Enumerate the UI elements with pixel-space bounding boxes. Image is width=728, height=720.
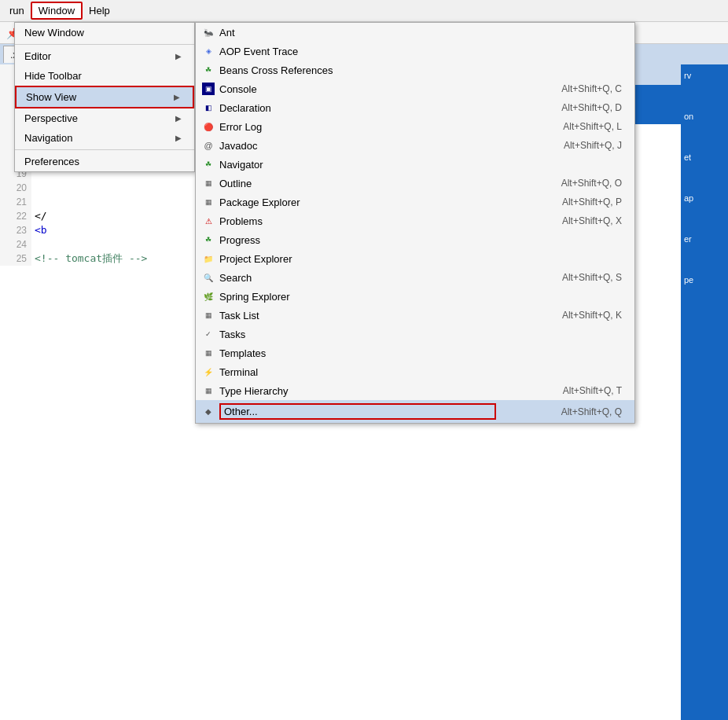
sv-task-list-label: Task List <box>219 310 496 321</box>
navigator-icon: ☘ <box>202 158 215 171</box>
sv-package-explorer[interactable]: ▦ Package Explorer Alt+Shift+Q, P <box>196 193 634 211</box>
declaration-icon: ◧ <box>202 101 215 114</box>
right-panel: rv on et ap er pe <box>681 64 728 720</box>
sv-project-explorer-label: Project Explorer <box>219 253 496 265</box>
terminal-icon: ⚡ <box>202 366 215 378</box>
sv-problems-label: Problems <box>219 215 496 227</box>
sv-project-explorer[interactable]: 📁 Project Explorer <box>196 249 634 268</box>
show-view-arrow: ▶ <box>174 93 180 101</box>
sv-templates[interactable]: ▦ Templates <box>196 343 634 362</box>
sv-navigator-label: Navigator <box>219 159 496 171</box>
show-view-label: Show View <box>26 91 76 103</box>
progress-icon: ☘ <box>202 233 215 246</box>
templates-icon: ▦ <box>202 347 215 359</box>
sv-tasks[interactable]: ✓ Tasks <box>196 325 634 343</box>
sv-javadoc-label: Javadoc <box>219 140 496 152</box>
sv-console[interactable]: ▣ Console Alt+Shift+Q, C <box>196 79 634 98</box>
sv-console-label: Console <box>219 83 496 95</box>
sv-problems[interactable]: ⚠ Problems Alt+Shift+Q, X <box>196 211 634 230</box>
sv-declaration[interactable]: ◧ Declaration Alt+Shift+Q, D <box>196 98 634 117</box>
hide-toolbar-label: Hide Toolbar <box>24 70 82 82</box>
sv-search[interactable]: 🔍 Search Alt+Shift+Q, S <box>196 268 634 287</box>
sv-tasks-label: Tasks <box>219 329 496 340</box>
spring-explorer-icon: 🌿 <box>202 290 215 303</box>
navigation-arrow: ▶ <box>175 134 182 142</box>
showview-submenu: 🐜 Ant ◈ AOP Event Trace ☘ Beans Cross Re… <box>195 22 635 424</box>
sv-search-shortcut: Alt+Shift+Q, S <box>496 272 622 283</box>
perspective-arrow: ▶ <box>175 114 182 123</box>
beans-icon: ☘ <box>202 64 215 76</box>
sv-templates-label: Templates <box>219 347 496 359</box>
separator-1 <box>15 44 194 45</box>
sv-package-explorer-label: Package Explorer <box>219 197 496 208</box>
perspective-label: Perspective <box>24 112 78 124</box>
package-explorer-icon: ▦ <box>202 196 215 208</box>
sv-type-hierarchy-shortcut: Alt+Shift+Q, T <box>496 385 622 396</box>
sv-progress[interactable]: ☘ Progress <box>196 230 634 249</box>
errorlog-icon: 🔴 <box>202 120 215 133</box>
sv-spring-explorer[interactable]: 🌿 Spring Explorer <box>196 287 634 306</box>
sv-task-list[interactable]: ▦ Task List Alt+Shift+Q, K <box>196 306 634 325</box>
sv-ant-label: Ant <box>219 27 496 39</box>
menu-window[interactable]: Window <box>31 2 83 20</box>
project-explorer-icon: 📁 <box>202 252 215 265</box>
sv-errorlog-shortcut: Alt+Shift+Q, L <box>496 121 622 132</box>
sv-search-label: Search <box>219 272 496 284</box>
editor-arrow: ▶ <box>175 52 182 61</box>
sv-outline[interactable]: ▦ Outline Alt+Shift+Q, O <box>196 174 634 193</box>
sv-beans[interactable]: ☘ Beans Cross References <box>196 61 634 79</box>
type-hierarchy-icon: ▦ <box>202 384 215 397</box>
editor-label: Editor <box>24 50 51 62</box>
console-icon: ▣ <box>202 83 215 95</box>
sv-terminal-label: Terminal <box>219 366 496 378</box>
menu-preferences[interactable]: Preferences <box>15 152 194 171</box>
sv-declaration-shortcut: Alt+Shift+Q, D <box>496 102 622 113</box>
sv-type-hierarchy[interactable]: ▦ Type Hierarchy Alt+Shift+Q, T <box>196 381 634 400</box>
navigation-label: Navigation <box>24 132 72 144</box>
sv-terminal[interactable]: ⚡ Terminal <box>196 362 634 381</box>
menu-new-window[interactable]: New Window <box>15 23 194 42</box>
sv-other-label: Other... <box>219 403 496 420</box>
sv-type-hierarchy-label: Type Hierarchy <box>219 385 496 397</box>
sv-spring-explorer-label: Spring Explorer <box>219 291 496 303</box>
sv-progress-label: Progress <box>219 234 496 246</box>
ant-icon: 🐜 <box>202 26 215 39</box>
javadoc-icon: @ <box>202 139 215 152</box>
menu-show-view[interactable]: Show View ▶ <box>15 86 194 108</box>
sv-outline-label: Outline <box>219 178 496 189</box>
sv-errorlog-label: Error Log <box>219 121 496 133</box>
separator-2 <box>15 149 194 150</box>
sv-ant[interactable]: 🐜 Ant <box>196 23 634 42</box>
sv-other[interactable]: ◆ Other... Alt+Shift+Q, Q <box>196 400 634 423</box>
sv-declaration-label: Declaration <box>219 102 496 114</box>
preferences-label: Preferences <box>24 156 79 167</box>
task-list-icon: ▦ <box>202 309 215 321</box>
sv-aop[interactable]: ◈ AOP Event Trace <box>196 42 634 61</box>
sv-console-shortcut: Alt+Shift+Q, C <box>496 83 622 94</box>
sv-navigator[interactable]: ☘ Navigator <box>196 155 634 174</box>
sv-beans-label: Beans Cross References <box>219 64 496 76</box>
tasks-icon: ✓ <box>202 328 215 340</box>
aop-icon: ◈ <box>202 45 215 57</box>
outline-icon: ▦ <box>202 177 215 189</box>
search-icon: 🔍 <box>202 271 215 284</box>
sv-outline-shortcut: Alt+Shift+Q, O <box>496 178 622 189</box>
other-icon: ◆ <box>202 406 215 418</box>
menu-help[interactable]: Help <box>83 3 116 18</box>
sv-task-list-shortcut: Alt+Shift+Q, K <box>496 310 622 321</box>
sv-other-shortcut: Alt+Shift+Q, Q <box>496 406 622 417</box>
sv-aop-label: AOP Event Trace <box>219 46 496 57</box>
menu-bar: run Window Help <box>0 0 728 22</box>
menu-hide-toolbar[interactable]: Hide Toolbar <box>15 66 194 86</box>
sv-errorlog[interactable]: 🔴 Error Log Alt+Shift+Q, L <box>196 117 634 136</box>
sv-package-explorer-shortcut: Alt+Shift+Q, P <box>496 197 622 208</box>
problems-icon: ⚠ <box>202 215 215 227</box>
menu-perspective[interactable]: Perspective ▶ <box>15 108 194 128</box>
window-dropdown: New Window Editor ▶ Hide Toolbar Show Vi… <box>14 22 195 172</box>
sv-javadoc-shortcut: Alt+Shift+Q, J <box>496 140 622 151</box>
sv-javadoc[interactable]: @ Javadoc Alt+Shift+Q, J <box>196 136 634 155</box>
new-window-label: New Window <box>24 27 84 39</box>
menu-run[interactable]: run <box>3 3 31 18</box>
menu-navigation[interactable]: Navigation ▶ <box>15 128 194 148</box>
menu-editor[interactable]: Editor ▶ <box>15 46 194 66</box>
